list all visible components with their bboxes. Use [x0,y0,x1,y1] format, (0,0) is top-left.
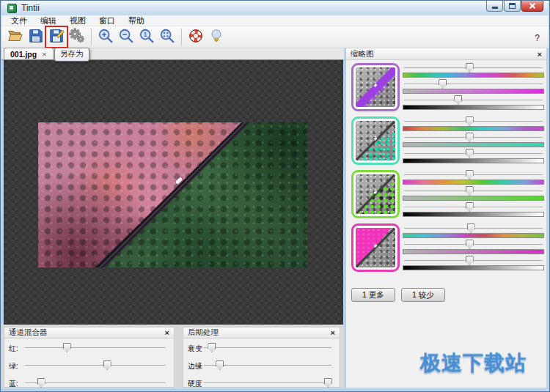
title-bar: Tintii [1,1,549,15]
layer-turquoise-hue-slider-track[interactable] [403,117,544,125]
layer-purple-hue-slider-handle[interactable] [466,63,474,73]
folder-open-icon [7,28,23,46]
photo-preview [38,122,307,267]
layer-magenta-saturation-slider-gradient-bar [403,249,544,254]
layer-purple-saturation-slider-handle[interactable] [439,79,447,89]
save-as-icon [48,28,65,46]
mixer-row-1: 绿: [4,360,174,371]
post-slider-0[interactable] [202,343,333,352]
channel-mixer-close-icon[interactable]: × [165,329,169,336]
mixer-slider-1[interactable] [23,360,167,370]
post-processing-close-icon[interactable]: × [331,329,335,336]
menu-item-1[interactable]: 编辑 [34,15,63,26]
zoom-fit-button[interactable] [157,27,177,47]
layer-green-lightness-slider-gradient-bar [403,212,544,217]
settings-button[interactable] [67,27,87,47]
layer-purple-hue-slider-track[interactable] [403,63,544,72]
layer-magenta-lightness-slider-handle[interactable] [466,256,474,265]
slider-group-layer-purple [403,63,544,111]
thumbnail-layer-magenta[interactable] [351,223,400,272]
help-button[interactable]: ? [535,33,540,43]
thumbnail-row-layer-magenta [346,223,544,272]
layer-purple-hue-slider-gradient-bar [403,73,544,78]
layer-magenta-lightness-slider-track[interactable] [403,256,544,265]
post-slider-1[interactable] [202,360,333,370]
menu-item-4[interactable]: 帮助 [122,15,151,26]
slider-line [204,382,331,383]
app-window: Tintii 文件编辑视图窗口帮助 1 ? 另存为 001.jpg × 缩略图 … [0,0,550,392]
zoom-in-icon [98,28,114,46]
process-button[interactable] [186,27,206,47]
more-layers-button[interactable]: 1 更多 [351,288,395,302]
highlight-button[interactable] [206,27,227,47]
menu-item-3[interactable]: 窗口 [92,15,122,26]
thumbnail-layer-green[interactable] [351,170,400,218]
menu-item-2[interactable]: 视图 [63,15,92,26]
post-label-0: 衰变 [188,344,202,354]
tab-001-jpg[interactable]: 001.jpg × [4,48,54,59]
mixer-slider-2[interactable] [23,378,167,388]
mixer-handle-0[interactable] [63,343,71,352]
menu-item-0[interactable]: 文件 [4,15,34,26]
mixer-label-1: 绿: [9,361,18,371]
layer-green-hue-slider-track[interactable] [403,170,544,179]
zoom-actual-icon: 1 [139,28,155,46]
open-button[interactable] [5,27,26,47]
zoom-actual-button[interactable]: 1 [136,27,157,47]
layer-green-lightness-slider-handle[interactable] [466,202,474,212]
layer-purple-saturation-slider-track[interactable] [403,79,544,88]
zoom-in-button[interactable] [95,27,116,47]
tab-close-icon[interactable]: × [42,51,46,58]
thumbnail-layer-purple[interactable] [351,63,400,111]
post-handle-2[interactable] [324,378,332,388]
menu-bar: 文件编辑视图窗口帮助 [1,15,549,26]
layer-green-saturation-slider-gradient-bar [403,196,544,201]
layer-green-saturation-slider-handle[interactable] [466,186,474,196]
layer-turquoise-hue-slider-handle[interactable] [466,117,474,126]
thumbnail-art [356,121,395,160]
close-button[interactable] [521,1,543,12]
save-button[interactable] [26,27,46,47]
layer-turquoise-saturation-slider-handle[interactable] [466,133,474,142]
layer-magenta-hue-slider-handle[interactable] [467,223,475,233]
mixer-handle-2[interactable] [37,378,45,388]
layer-purple-lightness-slider-handle[interactable] [454,95,462,105]
maximize-button[interactable] [504,1,521,12]
fewer-layers-button[interactable]: 1 较少 [401,288,445,302]
slider-group-layer-magenta [403,223,544,272]
mixer-slider-0[interactable] [23,343,167,352]
layer-green-hue-slider-handle[interactable] [466,170,474,180]
layer-turquoise-lightness-slider-handle[interactable] [466,149,474,158]
thumbnail-layer-turquoise[interactable] [351,117,400,165]
lightbulb-icon [208,28,224,46]
layer-green-saturation-slider-track[interactable] [403,186,544,195]
thumbnail-list [346,63,544,277]
thumbnails-panel-close-icon[interactable]: × [538,51,542,58]
minimize-button[interactable] [486,1,503,12]
layer-magenta-saturation-slider-handle[interactable] [466,240,474,249]
layer-purple-lightness-slider-track[interactable] [403,95,544,104]
image-canvas [4,60,343,325]
zoom-fit-icon [159,28,175,46]
mixer-handle-1[interactable] [103,360,111,370]
minimize-icon [492,7,498,9]
mixer-label-2: 蓝: [9,379,18,389]
tab-bar: 001.jpg × [1,48,344,60]
lifebuoy-icon [188,28,204,46]
zoom-out-button[interactable] [116,27,136,47]
window-controls [485,1,543,12]
save-as-button[interactable] [46,27,67,47]
layer-magenta-hue-slider-track[interactable] [403,223,544,232]
post-slider-2[interactable] [202,378,333,388]
save-icon [28,28,44,46]
layer-turquoise-hue-slider-gradient-bar [403,126,544,131]
layer-green-hue-slider-gradient-bar [403,180,544,185]
post-handle-1[interactable] [216,360,224,370]
post-handle-0[interactable] [208,343,216,352]
layer-turquoise-lightness-slider-track[interactable] [403,149,544,158]
layer-magenta-saturation-slider-track[interactable] [403,240,544,248]
layer-purple-lightness-slider-gradient-bar [403,105,544,110]
toolbar-separator [91,29,92,45]
layer-turquoise-saturation-slider-track[interactable] [403,133,544,141]
layer-green-lightness-slider-track[interactable] [403,202,544,211]
